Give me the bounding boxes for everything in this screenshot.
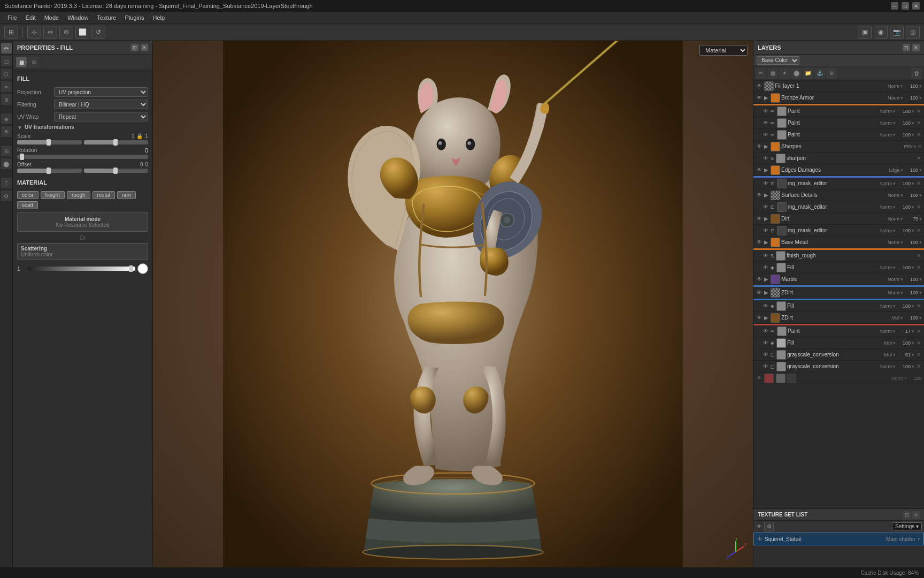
- transform-button[interactable]: ⇔: [43, 26, 57, 39]
- ts-eye-btn[interactable]: 👁: [756, 523, 763, 530]
- eye-edges[interactable]: 👁: [756, 166, 763, 174]
- layer-dirt-group[interactable]: 👁 ▶ Dirt Norm ▾ 75 ▾: [753, 213, 924, 225]
- add-group-icon[interactable]: 📁: [803, 68, 813, 79]
- layer-mgmask1[interactable]: 👁 ⊡ mg_mask_editor Norm ▾ 100 ▾ ✕: [753, 178, 924, 189]
- close-fill-bm[interactable]: ✕: [915, 264, 922, 270]
- eye-base-metal[interactable]: 👁: [756, 239, 763, 246]
- material-mode-box[interactable]: Material mode No Resource Selected: [17, 212, 148, 232]
- menu-file[interactable]: File: [3, 13, 21, 22]
- layer-gray2[interactable]: 👁 ◻ grayscale_conversion Norm ▾ 100 ▾ ✕: [753, 361, 924, 372]
- add-anchor-icon[interactable]: ⚓: [814, 68, 825, 79]
- smudge-icon[interactable]: ≈: [1, 81, 12, 92]
- close-finish-rough[interactable]: ✕: [915, 253, 922, 258]
- ts-settings-btn[interactable]: Settings ▾: [892, 522, 922, 530]
- eye-surface[interactable]: 👁: [756, 192, 763, 199]
- menu-mode[interactable]: Mode: [40, 13, 64, 22]
- projection-icon[interactable]: ⬡: [1, 69, 12, 79]
- add-effect-icon[interactable]: ✦: [779, 68, 790, 79]
- frame-button[interactable]: ⬜: [75, 26, 89, 39]
- add-paint-layer-icon[interactable]: ✏: [756, 68, 766, 79]
- layer-sharpen[interactable]: 👁 S sharpen ✕: [753, 153, 924, 164]
- layer-gray1[interactable]: 👁 ◻ grayscale_conversion Mul ▾ 61 ▾ ✕: [753, 349, 924, 361]
- eye-fill-bm[interactable]: 👁: [762, 264, 769, 271]
- eye-gray2[interactable]: 👁: [762, 363, 769, 370]
- offset-slider-right[interactable]: [84, 169, 149, 173]
- text-tool-icon[interactable]: T: [1, 178, 12, 188]
- texture-set-squirrel[interactable]: 👁 Squirrel_Statue Main shader ▾: [753, 533, 924, 545]
- layer-zdirt2-group[interactable]: 👁 ▶ ZDirt Mul ▾ 100 ▾: [753, 312, 924, 324]
- eye-mgmask3[interactable]: 👁: [762, 227, 769, 234]
- ts-close-btn[interactable]: ✕: [912, 511, 920, 519]
- properties-float-button[interactable]: ⊡: [131, 44, 138, 51]
- layers-close-button[interactable]: ✕: [912, 44, 920, 51]
- tag-height[interactable]: height: [41, 191, 65, 199]
- layer-mgmask3[interactable]: 👁 ⊡ mg_mask_editor Norm ▾ 100 ▾ ✕: [753, 225, 924, 237]
- close-paint1[interactable]: ✕: [915, 108, 922, 114]
- add-mask-icon[interactable]: ⬤: [791, 68, 802, 79]
- close-gray1[interactable]: ✕: [915, 352, 922, 358]
- close-paint2[interactable]: ✕: [915, 120, 922, 126]
- layer-marble-group[interactable]: 👁 ▶ Marble Norm ▾ 100 ▾: [753, 273, 924, 285]
- close-fill-zd2[interactable]: ✕: [915, 340, 922, 346]
- layer-fill-zd2[interactable]: 👁 ◈ Fill Mul ▾ 100 ▾ ✕: [753, 337, 924, 349]
- layers-float-button[interactable]: ⊡: [903, 44, 910, 51]
- dirt-arrow[interactable]: ▶: [764, 216, 768, 222]
- undo-button[interactable]: ↺: [91, 26, 105, 39]
- prop-tab-settings[interactable]: ⚙: [28, 57, 39, 67]
- env-button[interactable]: ◎: [906, 26, 920, 39]
- eye-gray1[interactable]: 👁: [762, 351, 769, 359]
- add-fill-layer-icon[interactable]: ▦: [767, 68, 778, 79]
- layer-paint-2[interactable]: 👁 ✏ Paint Norm ▾ 100 ▾ ✕: [753, 117, 924, 129]
- eye-sharpen[interactable]: 👁: [762, 155, 769, 162]
- layer-surface-group[interactable]: 👁 ▶ Surface Details Norm ▾ 100 ▾: [753, 189, 924, 201]
- scattering-slider[interactable]: [28, 267, 135, 271]
- uvwrap-select[interactable]: Repeat: [54, 112, 148, 121]
- menu-help[interactable]: Help: [149, 13, 170, 22]
- minimize-button[interactable]: ─: [891, 2, 898, 10]
- menu-plugins[interactable]: Plugins: [120, 13, 148, 22]
- eye-zdirt1[interactable]: 👁: [756, 289, 763, 296]
- layer-sharpen-group[interactable]: 👁 ▶ Sharpen Pthr ▾ ✕: [753, 141, 924, 153]
- titlebar-controls[interactable]: ─ □ ✕: [891, 2, 920, 10]
- sharpen-group-arrow[interactable]: ▶: [764, 143, 768, 149]
- menu-window[interactable]: Window: [63, 13, 93, 22]
- bronze-group-arrow[interactable]: ▶: [764, 95, 768, 101]
- eye-paint3[interactable]: 👁: [762, 131, 769, 139]
- viewport-3d-button[interactable]: ◉: [874, 26, 888, 39]
- eye-dirt[interactable]: 👁: [756, 215, 763, 223]
- tag-metal[interactable]: metal: [93, 191, 115, 199]
- tag-scatt[interactable]: scatt: [17, 201, 38, 209]
- channel-select[interactable]: Base Color: [757, 56, 799, 65]
- scattering-color-swatch[interactable]: [137, 263, 148, 274]
- rotation-slider[interactable]: [17, 155, 148, 159]
- menu-edit[interactable]: Edit: [21, 13, 40, 22]
- close-sharpen[interactable]: ✕: [915, 155, 922, 161]
- grid-view-button[interactable]: ⊞: [4, 26, 18, 39]
- clone-icon[interactable]: ⊕: [1, 94, 12, 105]
- scale-slider-left[interactable]: [17, 140, 82, 144]
- eye-fill-zd2[interactable]: 👁: [762, 339, 769, 347]
- prop-tab-fill[interactable]: ▦: [16, 57, 27, 67]
- camera-button[interactable]: 📷: [890, 26, 904, 39]
- mask-icon[interactable]: ⬤: [1, 158, 12, 169]
- eye-zdirt2[interactable]: 👁: [756, 314, 763, 322]
- surface-arrow[interactable]: ▶: [764, 192, 768, 198]
- layers-icon[interactable]: ⊟: [1, 146, 12, 156]
- layer-fill-layer-1[interactable]: 👁 Fill layer 1 Norm ▾ 100 ▾: [753, 80, 924, 92]
- eye-paint1[interactable]: 👁: [762, 108, 769, 115]
- layer-paint-zd[interactable]: 👁 ✏ Paint Norm ▾ 17 ▾ ✕: [753, 325, 924, 337]
- viewport-2d-button[interactable]: ▣: [858, 26, 872, 39]
- close-mgmask3[interactable]: ✕: [915, 227, 922, 233]
- ts-settings-sub-btn[interactable]: ⚙: [764, 522, 774, 531]
- close-mgmask2[interactable]: ✕: [915, 204, 922, 210]
- close-fill-zd1[interactable]: ✕: [915, 303, 922, 309]
- projection-select[interactable]: UV projection: [54, 87, 148, 97]
- layer-zdirt1-group[interactable]: 👁 ▶ ZDirt Norm ▾ 100 ▾: [753, 287, 924, 299]
- eye-mgmask2[interactable]: 👁: [762, 203, 769, 211]
- color-picker-icon[interactable]: ◈: [1, 113, 12, 124]
- ts-item-eye[interactable]: 👁: [757, 536, 763, 542]
- viewport[interactable]: Material Albedo Roughness Metalness Norm…: [153, 41, 753, 567]
- layer-eye-fill1[interactable]: 👁: [756, 82, 763, 90]
- tag-nrm[interactable]: nrm: [117, 191, 136, 199]
- close-paint-zd[interactable]: ✕: [915, 328, 922, 334]
